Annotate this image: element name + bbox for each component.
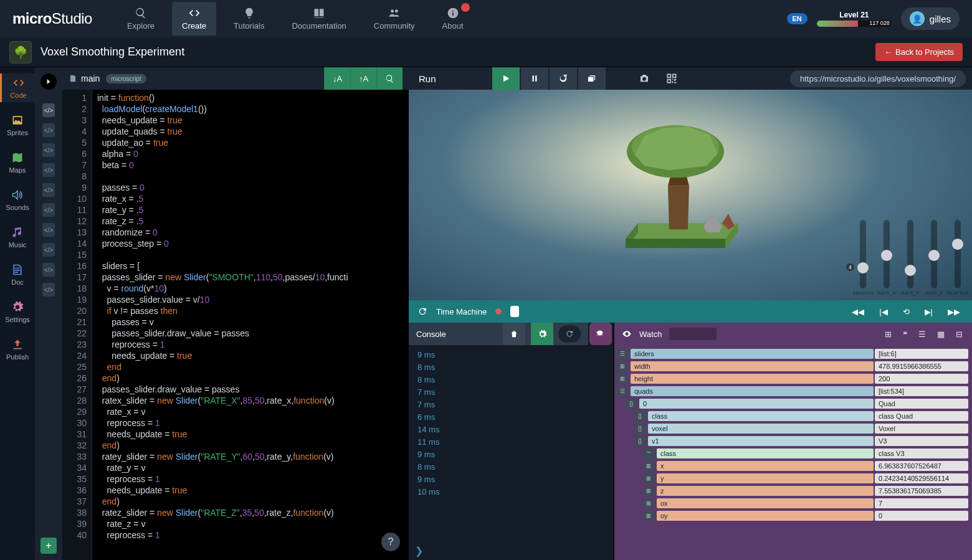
pause-button[interactable] [521,67,548,90]
level-bar-fill [817,21,858,27]
watch-row[interactable]: ⊞width478.9915966386555 [617,360,968,373]
watch-row[interactable]: {}0Quad [626,397,968,410]
window-icon [587,74,596,83]
sidebar-item-sounds[interactable]: Sounds [0,186,35,214]
console-settings-button[interactable] [531,323,553,345]
watch-row[interactable]: ☰sliders[list:6] [617,348,968,360]
watch-row[interactable]: {}v1V3 [634,435,968,447]
add-file-button[interactable]: + [40,538,57,554]
back-label: Back to Projects [895,47,954,57]
slider-rate_z[interactable]: RATE_Z [926,220,942,295]
code-header: main microscript ↓A ↑A [62,67,409,90]
file-item[interactable]: </> [42,143,55,157]
sidebar-item-sprites[interactable]: Sprites [0,111,35,140]
watch-row[interactable]: ⊞oy0 [643,510,968,522]
sidebar-item-publish[interactable]: Publish [0,335,35,364]
sidebar-item-music[interactable]: Music [0,223,35,252]
file-item[interactable]: </> [42,263,55,277]
watch-filter-objects[interactable]: ▦ [935,330,946,339]
reload-button[interactable] [550,67,577,90]
watch-row[interactable]: ⊞height200 [617,373,968,385]
logo[interactable]: microStudio [12,10,92,27]
file-item[interactable]: </> [42,163,55,177]
watch-row[interactable]: ⊞z7.553836175069385 [643,485,968,497]
nav-explore[interactable]: Explore [117,2,164,36]
console-title: Console [416,330,446,339]
top-right: EN Level 21 117 028 👤 gilles [787,7,960,30]
slider-rate_y[interactable]: RATE_Y [902,220,918,295]
preview[interactable]: 4SMOOTHRATE_XRATE_YRATE_ZSCATTER [409,90,972,300]
map-icon [11,151,24,164]
history-icon [417,306,427,316]
console-body[interactable]: 9 ms8 ms8 ms7 ms7 ms6 ms14 ms11 ms9 ms8 … [409,345,613,541]
screenshot-button[interactable] [631,67,658,90]
debug-button[interactable] [589,323,612,345]
watch-filter-numbers[interactable]: ⊞ [883,330,893,339]
watch-filter-lists[interactable]: ☰ [917,330,928,339]
watch-filter-functions[interactable]: ⊟ [954,330,965,339]
console-panel: Console 9 ms8 ms8 ms7 ms7 ms6 ms14 ms11 … [409,323,614,560]
level-points: 117 028 [869,21,890,26]
file-item[interactable]: </> [42,243,55,257]
clear-console-button[interactable] [503,323,525,345]
code-body[interactable]: 1234567891011121314151617181920212223242… [62,90,409,560]
help-button[interactable]: ? [381,533,400,551]
file-item[interactable]: </> [42,103,55,117]
file-item[interactable]: </> [42,203,55,217]
nav-tutorials[interactable]: Tutorials [224,2,274,36]
rewind-button[interactable]: ◀◀ [849,307,867,316]
codelines[interactable]: init = function() loadModel(createModel1… [92,90,409,560]
sort-desc-button[interactable]: ↑A [350,67,376,90]
slider-smooth[interactable]: 4SMOOTH [855,220,871,295]
console-input[interactable]: ❯ [409,541,613,560]
scene-3d [601,105,750,268]
loop-button[interactable]: ⟲ [900,307,913,316]
sidebar-item-doc[interactable]: Doc [0,260,35,289]
upload-icon [11,338,24,351]
project-url[interactable]: https://microstudio.io/gilles/voxelsmoot… [790,70,966,87]
play-button[interactable] [492,67,520,90]
watch-row[interactable]: {}voxelVoxel [634,422,968,435]
watch-row[interactable]: {}classclass Quad [634,410,968,422]
file-item[interactable]: </> [42,223,55,237]
user-menu[interactable]: 👤 gilles [901,7,960,30]
forward-button[interactable]: ▶▶ [945,307,963,316]
watch-filter-input[interactable] [669,328,717,340]
watch-body[interactable]: ☰sliders[list:6]⊞width478.9915966386555⊞… [614,345,972,560]
sidebar-item-label: Publish [6,353,29,361]
sidebar-item-code[interactable]: Code [0,74,35,102]
watch-row[interactable]: ⊞y0.24234140529556114 [643,472,968,485]
time-scrubber[interactable] [510,306,519,317]
sidebar-item-settings[interactable]: Settings [0,298,35,326]
watch-row[interactable]: ⊞ox7 [643,497,968,510]
sort-asc-button[interactable]: ↓A [324,67,350,90]
watch-row[interactable]: ☰quads[list:534] [617,385,968,397]
nav-create[interactable]: Create [172,2,216,36]
watch-row[interactable]: ""classclass V3 [643,447,968,460]
file-item[interactable]: </> [42,123,55,137]
nav-community-label: Community [374,21,415,31]
slider-scatter[interactable]: SCATTER [950,220,966,295]
detach-button[interactable] [578,67,606,90]
slider-rate_x[interactable]: RATE_X [879,220,895,295]
topnav: Explore Create Tutorials Documentation C… [117,2,474,36]
file-item[interactable]: </> [42,183,55,197]
qrcode-button[interactable] [658,67,685,90]
watch-row[interactable]: ⊞x6.963837607526487 [643,460,968,472]
nav-community[interactable]: Community [364,2,425,36]
nav-about[interactable]: About [432,2,474,36]
sidebar-item-maps[interactable]: Maps [0,148,35,177]
avatar: 👤 [910,11,925,26]
back-to-projects-button[interactable]: ← Back to Projects [875,43,963,61]
nav-documentation[interactable]: Documentation [282,2,356,36]
file-item[interactable]: </> [42,283,55,297]
search-code-button[interactable] [376,67,403,90]
language-badge[interactable]: EN [787,13,808,24]
code-tools: ↓A ↑A [324,67,403,90]
watch-filter-strings[interactable]: ❝ [901,330,909,339]
history-button[interactable] [558,325,581,343]
run-bar: Run https://microstudio.io/gilles/voxels… [409,67,972,90]
step-back-button[interactable]: |◀ [876,307,890,316]
step-forward-button[interactable]: ▶| [922,307,936,316]
expand-filelist-button[interactable] [40,74,57,90]
